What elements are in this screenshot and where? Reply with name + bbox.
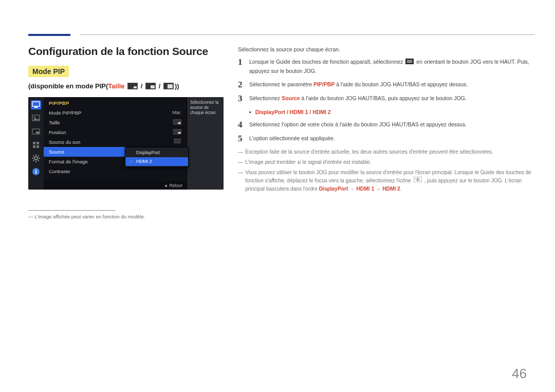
step-num-4: 4 (238, 120, 249, 129)
pip-size-large-icon (163, 83, 174, 91)
step-3-text-a: Sélectionnez (249, 95, 282, 101)
check-icon: ✓ (130, 159, 134, 164)
osd-taille-icon (173, 119, 181, 126)
footnote: ― L'image affichée peut varier en foncti… (28, 214, 224, 219)
osd-screenshot: PIP/PBP Mode PIP/PBPMar. Taille Position… (28, 97, 224, 190)
osd-sourceduson-icon (173, 139, 181, 145)
note-2-text: L'image peut trembler si le signal d'ent… (245, 158, 371, 166)
osd-row-sourceduson[interactable]: Source du son (44, 137, 187, 147)
osd-sidebar (28, 97, 44, 190)
pip-size-small-icon (127, 83, 138, 91)
osd-footer: ◂ Retour (44, 181, 187, 190)
step-num-2: 2 (238, 80, 249, 89)
osd-tab-monitor-icon[interactable] (31, 100, 41, 109)
step-num-1: 1 (238, 58, 249, 75)
arrow-icon: → (376, 186, 381, 192)
osd-row-position[interactable]: Position (44, 127, 187, 137)
osd-row-taille[interactable]: Taille (44, 118, 187, 127)
swap-source-icon (414, 177, 422, 185)
intro-text: Sélectionnez la source pour chaque écran… (238, 45, 534, 53)
osd-source-flyout: DisplayPort ✓HDMI 2 (125, 147, 189, 167)
note-3-end: . (400, 186, 402, 192)
osd-row-contraste[interactable]: Contraste (44, 166, 187, 176)
step-2-text-c: à l'aide du bouton JOG HAUT/BAS et appuy… (335, 81, 468, 87)
svg-rect-33 (174, 139, 180, 143)
note-dash-icon: ― (238, 158, 243, 166)
step-1: 1 Lorsque le Guide des touches de foncti… (238, 58, 534, 75)
step-5: 5 L'option sélectionnée est appliquée. (238, 134, 534, 143)
arrow-icon: → (349, 186, 355, 192)
note-3-h1: HDMI 1 (357, 186, 375, 192)
note-1: ― Exception faite de la source d'entrée … (238, 148, 534, 156)
subhead-suffix: )) (175, 82, 179, 90)
osd-position-icon (173, 129, 181, 136)
page-title: Configuration de la fonction Source (28, 45, 224, 58)
top-accent-rule (28, 21, 534, 36)
note-2: ― L'image peut trembler si le signal d'e… (238, 158, 534, 166)
subhead: (disponible en mode PIP(Taille / / )) (28, 82, 224, 91)
osd-flyout-option-displayport[interactable]: DisplayPort (125, 148, 188, 157)
subhead-prefix: disponible en mode PIP( (30, 82, 108, 90)
footnote-dash-icon: ― (28, 214, 33, 219)
subhead-sep2: / (159, 82, 162, 90)
note-1-text: Exception faite de la source d'entrée ac… (245, 148, 493, 156)
source-options-bullet: • DisplayPort / HDMI 1 / HDMI 2 (249, 108, 534, 116)
osd-tab-grid-icon[interactable] (31, 140, 41, 150)
note-dash-icon: ― (238, 169, 243, 193)
subhead-sep1: / (141, 82, 144, 90)
step-1-text-a: Lorsque le Guide des touches de fonction… (249, 59, 404, 65)
osd-tab-picture-icon[interactable] (31, 114, 41, 123)
osd-tab-gear-icon[interactable] (31, 154, 41, 163)
page-number: 46 (512, 366, 527, 382)
step-num-5: 5 (238, 134, 249, 143)
osd-tab-info-icon[interactable] (31, 167, 41, 176)
footnote-text: L'image affichée peut varier en fonction… (35, 214, 145, 219)
footnote-rule (28, 210, 116, 211)
step-3: 3 Sélectionnez Source à l'aide du bouton… (238, 94, 534, 103)
note-dash-icon: ― (238, 148, 243, 156)
osd-tab-pip-icon[interactable] (31, 127, 41, 136)
osd-help-panel: Sélectionnez la source de chaque écran. (187, 97, 224, 190)
osd-row-mode[interactable]: Mode PIP/PBPMar. (44, 108, 187, 118)
osd-flyout-option-hdmi2[interactable]: ✓HDMI 2 (125, 157, 188, 166)
osd-header: PIP/PBP (44, 97, 187, 108)
note-3-dp: DisplayPort (319, 186, 348, 192)
step-2-pippbp: PIP/PBP (313, 81, 335, 87)
step-num-3: 3 (238, 94, 249, 103)
subhead-taille: Taille (108, 82, 124, 90)
step-2-text-a: Sélectionnez le paramètre (249, 81, 313, 87)
back-triangle-icon: ◂ (164, 183, 167, 188)
step-4-text: Sélectionnez l'option de votre choix à l… (249, 121, 467, 127)
source-options-text: DisplayPort / HDMI 1 / HDMI 2 (255, 108, 331, 116)
pip-size-mid-icon (145, 83, 156, 91)
mode-pip-badge: Mode PIP (28, 66, 69, 77)
step-2: 2 Sélectionnez le paramètre PIP/PBP à l'… (238, 80, 534, 89)
note-3: ― Vous pouvez utiliser le bouton JOG pou… (238, 169, 534, 193)
note-3-h2: HDMI 2 (382, 186, 400, 192)
menu-icon (405, 58, 414, 66)
step-3-source: Source (282, 95, 300, 101)
bullet-dot-icon: • (249, 108, 251, 116)
step-4: 4 Sélectionnez l'option de votre choix à… (238, 120, 534, 129)
osd-footer-label: Retour (169, 183, 182, 188)
osd-list: Mode PIP/PBPMar. Taille Position Source … (44, 108, 187, 181)
step-5-text: L'option sélectionnée est appliquée. (249, 135, 335, 141)
step-3-text-c: à l'aide du bouton JOG HAUT/BAS, puis ap… (300, 95, 467, 101)
